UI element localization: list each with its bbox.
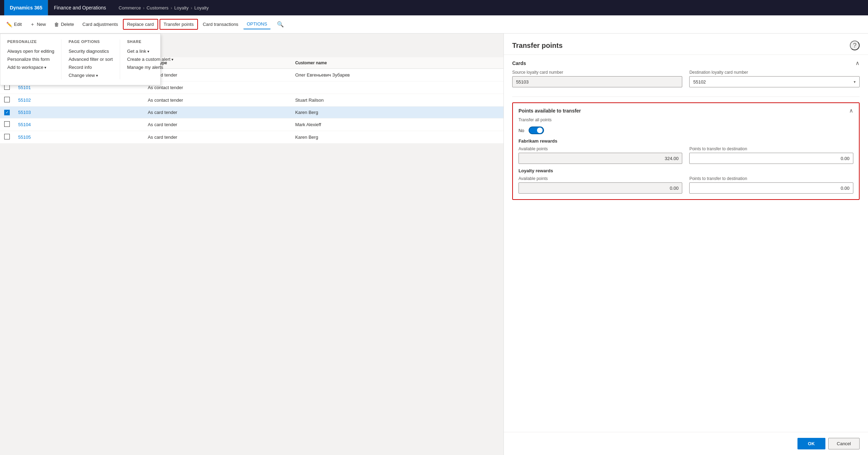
source-card-label: Source loyalty card number	[512, 70, 683, 75]
table-row: 55105 As card tender Karen Berg	[0, 131, 503, 143]
row-card-number: 55105	[14, 131, 144, 143]
main-area: LOYALTY CARDS 🔍 ✓ Card number ↑	[0, 34, 868, 455]
always-open-for-editing[interactable]: Always open for editing	[7, 47, 54, 55]
row-customer-name: Karen Berg	[291, 107, 503, 118]
manage-my-alerts[interactable]: Manage my alerts	[127, 63, 174, 71]
fabrikam-transfer-label: Points to transfer to destination	[689, 146, 853, 151]
row-checkbox[interactable]	[4, 97, 10, 102]
toggle-thumb	[537, 128, 543, 133]
options-button[interactable]: OPTIONS	[243, 19, 271, 29]
row-checkbox[interactable]	[4, 121, 10, 127]
breadcrumb-loyalty[interactable]: Loyalty	[174, 5, 189, 10]
personalize-this-form[interactable]: Personalize this form	[7, 55, 54, 63]
fabrikam-rewards-group: Fabrikam rewards Available points 324.00…	[518, 138, 853, 164]
create-custom-alert[interactable]: Create a custom alert	[127, 55, 174, 63]
share-column: SHARE Get a link Create a custom alert M…	[120, 39, 181, 79]
row-card-number: 55102	[14, 94, 144, 107]
cancel-button[interactable]: Cancel	[828, 438, 860, 449]
row-checkbox[interactable]: ✓	[4, 110, 10, 115]
destination-card-select[interactable]: 55102 ▾	[689, 76, 860, 87]
advanced-filter[interactable]: Advanced filter or sort	[68, 55, 112, 63]
table-row: ✓ 55103 As card tender Karen Berg	[0, 107, 503, 118]
points-chevron-icon: ∧	[849, 107, 853, 114]
dialog-footer: OK Cancel	[504, 432, 868, 455]
fabrikam-title: Fabrikam rewards	[518, 138, 853, 144]
search-button[interactable]: 🔍	[275, 19, 286, 30]
new-button[interactable]: ＋ New	[27, 19, 49, 30]
loyalty-transfer-input[interactable]: 0.00	[689, 182, 853, 194]
card-number-link[interactable]: 55105	[18, 135, 31, 140]
points-section-header[interactable]: Points available to transfer ∧	[518, 103, 853, 117]
points-section-title: Points available to transfer	[518, 108, 581, 114]
row-card-type: As contact tender	[144, 94, 291, 107]
transfer-all-toggle[interactable]	[529, 127, 544, 134]
replace-card-button[interactable]: Replace card	[123, 19, 158, 30]
fabrikam-transfer-group: Points to transfer to destination 0.00	[689, 146, 853, 164]
cards-section: Cards ∧ Source loyalty card number 55103…	[512, 55, 860, 97]
dynamics365-label: Dynamics 365	[10, 5, 42, 10]
row-card-type: As card tender	[144, 107, 291, 118]
get-a-link[interactable]: Get a link	[127, 47, 174, 55]
page-options-title: PAGE OPTIONS	[68, 39, 112, 44]
source-card-group: Source loyalty card number 55103	[512, 70, 683, 87]
card-number-link[interactable]: 55102	[18, 98, 31, 103]
customer-name-header[interactable]: Customer name	[291, 57, 503, 69]
row-card-type: As card tender	[144, 131, 291, 143]
cards-field-row: Source loyalty card number 55103 Destina…	[512, 70, 860, 87]
new-icon: ＋	[30, 21, 35, 28]
add-to-workspace[interactable]: Add to workspace	[7, 63, 54, 71]
cards-section-header[interactable]: Cards ∧	[512, 55, 860, 70]
transfer-points-button[interactable]: Transfer points	[160, 19, 198, 30]
row-checkbox[interactable]	[4, 134, 10, 139]
card-number-link[interactable]: 55101	[18, 85, 31, 90]
loyalty-points-row: Available points 0.00 Points to transfer…	[518, 176, 853, 194]
security-diagnostics[interactable]: Security diagnostics	[68, 47, 112, 55]
breadcrumb-customers[interactable]: Customers	[147, 5, 169, 10]
cards-section-body: Source loyalty card number 55103 Destina…	[512, 70, 860, 96]
delete-icon: 🗑	[54, 22, 59, 27]
row-card-type: As contact tender	[144, 81, 291, 94]
destination-card-group: Destination loyalty card number 55102 ▾	[689, 70, 860, 87]
fabrikam-transfer-input[interactable]: 0.00	[689, 153, 853, 164]
breadcrumb-commerce[interactable]: Commerce	[119, 5, 141, 10]
help-button[interactable]: ?	[850, 41, 860, 50]
edit-icon: ✏️	[6, 22, 12, 27]
ok-button[interactable]: OK	[797, 438, 825, 449]
loyalty-available-label: Available points	[518, 176, 683, 181]
card-transactions-button[interactable]: Card transactions	[199, 20, 242, 29]
delete-button[interactable]: 🗑 Delete	[51, 20, 78, 29]
toggle-row: No	[518, 127, 853, 134]
row-customer-name	[291, 81, 503, 94]
brand-area: Dynamics 365 Finance and Operations	[4, 0, 112, 15]
loyalty-transfer-label: Points to transfer to destination	[689, 176, 853, 181]
card-adjustments-button[interactable]: Card adjustments	[79, 20, 122, 29]
left-panel: LOYALTY CARDS 🔍 ✓ Card number ↑	[0, 34, 503, 455]
personalize-title: PERSONALIZE	[7, 39, 54, 44]
edit-button[interactable]: ✏️ Edit	[3, 20, 25, 29]
record-info[interactable]: Record info	[68, 63, 112, 71]
destination-card-label: Destination loyalty card number	[689, 70, 860, 75]
row-checkbox-cell[interactable]	[0, 94, 14, 107]
breadcrumb-loyalty2[interactable]: Loyalty	[194, 5, 209, 10]
row-checkbox-cell[interactable]: ✓	[0, 107, 14, 118]
change-view[interactable]: Change view	[68, 71, 112, 79]
card-number-link[interactable]: 55103	[18, 110, 31, 115]
fabrikam-points-row: Available points 324.00 Points to transf…	[518, 146, 853, 164]
finance-ops-label: Finance and Operations	[48, 0, 111, 15]
personalize-column: PERSONALIZE Always open for editing Pers…	[0, 39, 61, 79]
dialog-header: Transfer points ?	[504, 34, 868, 55]
row-checkbox-cell[interactable]	[0, 131, 14, 143]
row-customer-name: Stuart Railson	[291, 94, 503, 107]
loyalty-available-value: 0.00	[518, 182, 683, 194]
action-bar: ✏️ Edit ＋ New 🗑 Delete Card adjustments …	[0, 15, 868, 34]
table-row: 55104 As card tender Mark Alexieff	[0, 118, 503, 131]
table-row: 55102 As contact tender Stuart Railson	[0, 94, 503, 107]
breadcrumb: Commerce › Customers › Loyalty › Loyalty	[119, 5, 209, 10]
loyalty-title: Loyalty rewards	[518, 168, 853, 173]
table-scroll: ✓ Card number ↑ Card type Customer name	[0, 57, 503, 455]
page-options-column: PAGE OPTIONS Security diagnostics Advanc…	[61, 39, 120, 79]
card-number-link[interactable]: 55104	[18, 122, 31, 127]
row-checkbox-cell[interactable]	[0, 118, 14, 131]
source-card-value: 55103	[512, 76, 683, 87]
row-customer-name: Олег Евгеньевич Зубарев	[291, 69, 503, 81]
